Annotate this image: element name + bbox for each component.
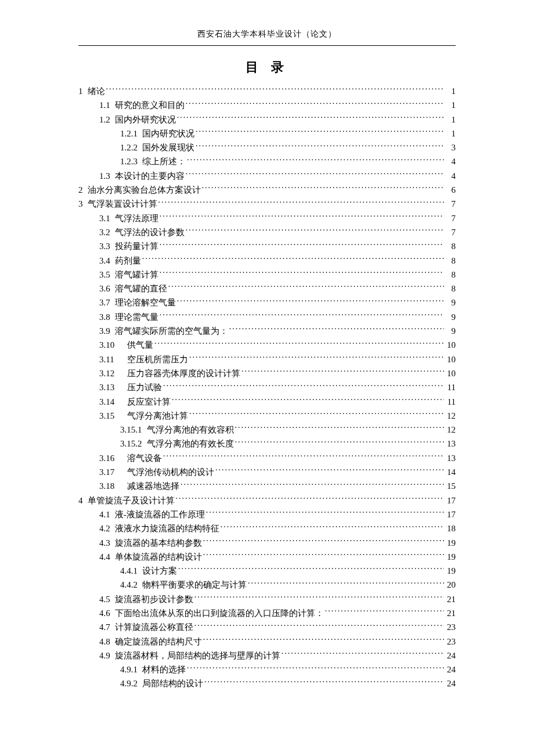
toc-entry: 3.13压力试验11 [78, 380, 456, 394]
toc-entry-label: 研究的意义和目的 [115, 98, 185, 112]
toc-entry: 3.11空压机所需压力10 [78, 352, 456, 366]
toc-entry-label: 压力容器壳体厚度的设计计算 [127, 366, 240, 380]
toc-entry-page: 9 [445, 310, 456, 324]
toc-entry-page: 10 [445, 338, 456, 352]
toc-entry: 3.1气浮法原理7 [78, 211, 456, 225]
toc-entry: 3.12压力容器壳体厚度的设计计算10 [78, 366, 456, 380]
toc-entry-page: 10 [445, 366, 456, 380]
toc-leader-dots [142, 255, 444, 264]
toc-entry-page: 12 [445, 423, 456, 437]
toc-entry-page: 9 [445, 296, 456, 309]
toc-entry-label: 气浮分离池的有效容积 [147, 423, 234, 437]
toc-entry-number: 3.17 [99, 465, 127, 479]
running-header: 西安石油大学本科毕业设计（论文） [78, 29, 456, 43]
toc-entry-label: 旋流器材料，局部结构的选择与壁厚的计算 [115, 649, 280, 663]
toc-entry-label: 旋流器的基本结构参数 [115, 536, 202, 550]
toc-entry-page: 19 [445, 550, 456, 564]
toc-entry-label: 综上所述： [142, 154, 186, 168]
toc-entry-number: 3.7 [99, 296, 115, 309]
toc-entry-number: 4.4 [99, 550, 115, 564]
toc-entry-label: 单管旋流子及设计计算 [88, 494, 175, 507]
toc-leader-dots [196, 142, 444, 150]
toc-entry-page: 7 [445, 225, 456, 239]
toc-entry-label: 气浮分离池的有效长度 [147, 437, 234, 451]
toc-entry-label: 气浮池传动机构的设计 [127, 465, 214, 479]
toc-leader-dots [196, 128, 444, 136]
toc-entry-page: 14 [445, 465, 456, 479]
toc-entry-page: 7 [445, 197, 456, 211]
toc-entry: 3.15.1气浮分离池的有效容积12 [78, 423, 456, 437]
toc-entry: 4.7计算旋流器公称直径23 [78, 620, 456, 634]
toc-entry-page: 21 [445, 592, 456, 606]
toc-entry-number: 4.9.2 [120, 676, 142, 690]
toc-leader-dots [186, 99, 444, 108]
toc-entry-page: 21 [445, 606, 456, 620]
toc-leader-dots [177, 297, 444, 305]
toc-entry-number: 3.16 [99, 451, 127, 465]
toc-leader-dots [168, 283, 444, 291]
toc-leader-dots [160, 311, 444, 320]
toc-leader-dots [203, 636, 444, 645]
toc-entry-page: 4 [445, 169, 456, 183]
toc-leader-dots [163, 452, 444, 461]
toc-entry-number: 3.11 [99, 352, 127, 366]
toc-leader-dots [176, 495, 445, 503]
toc-entry: 3.7理论溶解空气量9 [78, 296, 456, 309]
toc-leader-dots [154, 339, 444, 348]
toc-leader-dots [160, 213, 444, 221]
toc-leader-dots [282, 650, 444, 658]
toc-entry-label: 确定旋流器的结构尺寸 [115, 635, 202, 649]
toc-entry: 4.4.2物料平衡要求的确定与计算20 [78, 578, 456, 592]
toc-title: 目 录 [78, 59, 456, 76]
toc-entry-label: 计算旋流器公称直径 [115, 620, 193, 634]
toc-entry: 1.2.1国内研究状况1 [78, 127, 456, 141]
toc-entry-label: 理论需气量 [115, 310, 158, 324]
toc-entry-page: 18 [445, 521, 456, 535]
toc-entry-label: 下面给出流体从泵的出口到旋流器的入口压降的计算： [115, 606, 324, 620]
toc-entry-label: 油水分离实验台总体方案设计 [88, 183, 201, 197]
toc-entry-number: 3.2 [99, 225, 115, 239]
toc-entry-number: 4.7 [99, 620, 115, 634]
toc-entry-page: 10 [445, 352, 456, 366]
toc-entry-label: 物料平衡要求的确定与计算 [142, 578, 247, 592]
toc-leader-dots [186, 226, 444, 235]
toc-leader-dots [215, 466, 444, 475]
toc-entry-label: 药剂量 [115, 254, 141, 268]
toc-entry: 3.17气浮池传动机构的设计14 [78, 465, 456, 479]
toc-leader-dots [160, 269, 444, 278]
toc-entry-label: 气浮分离池计算 [127, 409, 188, 423]
toc-entry-number: 4.2 [99, 521, 115, 535]
toc-entry-number: 1 [78, 84, 88, 98]
toc-entry-page: 23 [445, 620, 456, 634]
toc-entry: 3.4药剂量8 [78, 254, 456, 268]
toc-leader-dots [177, 114, 444, 123]
toc-entry: 4.2液液水力旋流器的结构特征18 [78, 521, 456, 535]
toc-entry-number: 3.15.2 [120, 437, 147, 451]
toc-entry-page: 1 [445, 84, 456, 98]
toc-entry-label: 气浮装置设计计算 [88, 197, 157, 211]
toc-entry: 4.4单体旋流器的结构设计19 [78, 550, 456, 564]
toc-leader-dots [235, 424, 445, 433]
toc-entry: 1.2.3综上所述：4 [78, 154, 456, 168]
toc-entry-number: 4.5 [99, 592, 115, 606]
toc-leader-dots [181, 480, 444, 489]
toc-leader-dots [158, 198, 445, 207]
toc-entry-number: 4.9 [99, 649, 115, 663]
toc-entry-number: 3.15 [99, 409, 127, 423]
toc-entry-page: 23 [445, 635, 456, 649]
toc-entry-number: 1.2.3 [120, 154, 142, 168]
toc-entry-label: 旋流器初步设计参数 [115, 592, 193, 606]
toc-entry-page: 11 [445, 395, 456, 409]
toc-entry: 1.2.2国外发展现状3 [78, 141, 456, 154]
toc-entry-label: 减速器地选择 [127, 479, 179, 493]
page-container: 西安石油大学本科毕业设计（论文） 目 录 1绪论11.1研究的意义和目的11.2… [0, 0, 534, 726]
toc-entry-page: 12 [445, 409, 456, 423]
toc-entry: 1绪论1 [78, 84, 456, 98]
toc-entry-label: 溶气罐计算 [115, 268, 158, 282]
toc-entry-label: 溶气罐的直径 [115, 282, 167, 296]
toc-entry-page: 15 [445, 479, 456, 493]
toc-entry-page: 17 [445, 494, 456, 507]
toc-entry-label: 设计方案 [142, 564, 177, 578]
toc-entry: 3.18减速器地选择15 [78, 479, 456, 493]
toc-leader-dots [241, 368, 444, 376]
